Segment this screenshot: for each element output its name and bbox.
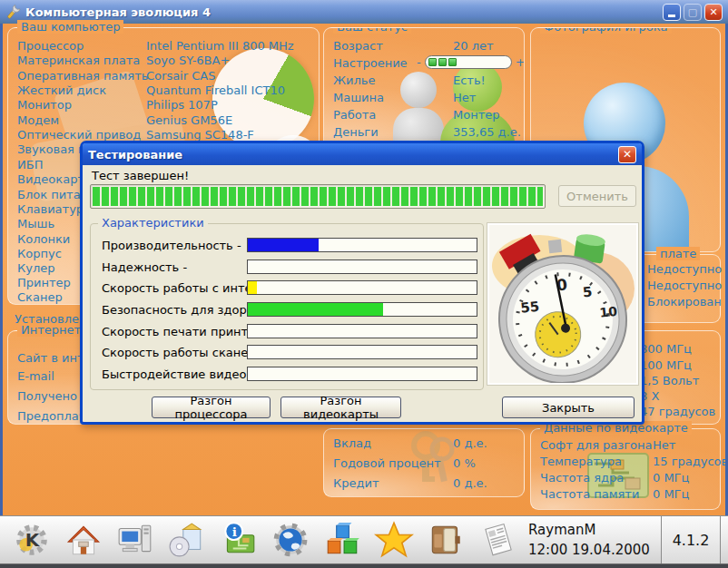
panel-motherboard-title-fragment: плате <box>656 247 700 260</box>
bank-value: 0 д.е. <box>453 476 487 490</box>
char-bar <box>247 345 477 359</box>
characteristics-group-title: Характеристики <box>98 216 208 230</box>
hw-label: Блок питан <box>17 188 88 201</box>
internet-item: Получено <box>17 389 77 403</box>
internet-item: Предоплач <box>17 409 85 423</box>
status-value: 20 лет <box>453 39 494 53</box>
software-cd-icon[interactable] <box>166 519 208 561</box>
close-button[interactable]: ✕ <box>704 4 723 21</box>
test-progress-bar <box>90 184 546 209</box>
hw-label: Сканер <box>17 290 63 304</box>
status-label: Возраст <box>333 39 383 53</box>
bottom-strip <box>0 564 728 568</box>
test-progress-fill <box>93 187 543 206</box>
game-window: Компьютерная эволюция 4 ▢ ✕ Ваш компьюте… <box>0 0 728 568</box>
panel-your-status-title: Ваш статус <box>333 27 411 34</box>
hw-label: Процессор <box>17 39 84 53</box>
overclock-gpu-button[interactable]: Разгон видеокарты <box>280 397 401 418</box>
video-value: 15 градусов <box>653 455 728 468</box>
testing-dialog: Тестирование ✕ Тест завершен! Отменить Х… <box>80 141 644 425</box>
organizer-icon[interactable] <box>425 519 467 561</box>
status-value: Монтер <box>453 108 500 122</box>
hw-label: Монитор <box>17 98 72 112</box>
svg-text:i: i <box>232 524 237 539</box>
hw-label: Материнская плата <box>17 54 140 67</box>
video-value: 0 МГц <box>653 487 689 501</box>
close-dialog-button[interactable]: Закрыть <box>502 397 635 418</box>
internet-item[interactable]: E-mail <box>17 369 54 383</box>
hw-value: Samsung SC148-F <box>146 128 254 142</box>
hw-label: Модем <box>17 113 59 127</box>
mood-meter: - + <box>417 55 525 69</box>
bank-label: Вклад <box>333 436 371 450</box>
cancel-button: Отменить <box>558 185 636 207</box>
status-value: Нет <box>453 91 476 104</box>
maximize-button: ▢ <box>684 4 702 21</box>
hw-label: ИБП <box>17 158 43 171</box>
dialog-close-button[interactable]: ✕ <box>618 146 636 163</box>
char-bar-fill <box>248 239 319 251</box>
k-menu-icon[interactable]: K <box>11 519 53 561</box>
dialog-titlebar[interactable]: Тестирование ✕ <box>83 143 642 165</box>
hw-label: Колонки <box>17 232 70 246</box>
hw-label: Жесткий диск <box>17 83 106 97</box>
panel-your-status: Ваш статус Возраст20 лет Настроение - + … <box>323 27 525 154</box>
news-icon[interactable] <box>477 519 518 561</box>
characteristics-group: Характеристики Производительность - Наде… <box>90 223 484 390</box>
stopwatch-image-panel: 0 5 10 55 <box>487 223 638 385</box>
video-value: 0 МГц <box>653 471 689 485</box>
hw-label: Кулер <box>17 261 54 275</box>
mood-meter-bar <box>425 55 512 69</box>
test-status-text: Тест завершен! <box>92 169 189 182</box>
bank-value: 0 % <box>453 456 476 470</box>
hardware-info-icon[interactable]: i <box>218 519 260 561</box>
wrench-icon <box>5 5 21 20</box>
version-box: 4.1.2 <box>661 516 721 563</box>
favorites-star-icon[interactable] <box>373 519 415 561</box>
hw-label: Принтер <box>17 276 71 289</box>
bank-value: 0 д.е. <box>453 436 487 450</box>
mb-value: Недоступно <box>647 262 722 276</box>
bank-label: Годовой процент <box>333 456 441 470</box>
window-title: Компьютерная эволюция 4 <box>25 5 660 19</box>
status-label: Деньги <box>333 125 379 139</box>
char-bar <box>247 260 477 274</box>
status-value: 353,65 д.е. <box>453 125 521 139</box>
video-value: Нет <box>653 438 675 452</box>
mood-plus-button[interactable]: + <box>516 55 525 69</box>
panel-internet-title: Интернет <box>17 323 84 337</box>
internet-globe-icon[interactable] <box>270 519 311 561</box>
home-icon[interactable] <box>63 519 104 561</box>
cpu-value: 100 МГц <box>640 358 692 372</box>
char-bar-fill <box>248 303 383 316</box>
overclock-cpu-button[interactable]: Разгон процессора <box>152 397 271 418</box>
status-label: Жилье <box>333 73 375 87</box>
hw-value: Soyo SY-6BA+ <box>146 54 230 67</box>
mood-minus-button[interactable]: - <box>417 55 421 69</box>
cubes-icon[interactable] <box>321 519 363 561</box>
cpu-value: 800 МГц <box>640 342 692 356</box>
char-label: Производительность - <box>102 239 241 252</box>
panel-bank: Вклад0 д.е. Годовой процент0 % Кредит0 д… <box>323 428 525 497</box>
cpu-value: 47 градусов <box>640 405 715 418</box>
video-label: Температура <box>540 455 622 468</box>
panel-your-computer-title: Ваш компьютер <box>17 20 123 34</box>
svg-text:K: K <box>25 529 41 551</box>
hw-value: Corsair CAS <box>146 69 215 83</box>
svg-text:5: 5 <box>582 283 593 300</box>
status-label: Машина <box>333 91 384 104</box>
video-label: Софт для разгона <box>540 438 652 452</box>
char-bar-fill <box>248 281 257 294</box>
video-label: Частота памяти <box>540 487 639 501</box>
hw-value: Philips 107P <box>146 98 218 112</box>
computer-icon[interactable] <box>114 519 156 561</box>
mb-value: Блокирован <box>647 295 722 308</box>
svg-text:55: 55 <box>520 299 541 317</box>
taskbar: K <box>0 515 728 564</box>
hw-label: Оперативная память <box>17 69 148 83</box>
hw-label: Оптический привод <box>17 128 141 142</box>
hw-value: Genius GM56E <box>146 113 232 127</box>
cpu-value: 1,5 Вольт <box>640 374 699 387</box>
minimize-button[interactable] <box>663 4 681 21</box>
hw-value: Quantum Fireball ICT10 <box>146 83 285 97</box>
